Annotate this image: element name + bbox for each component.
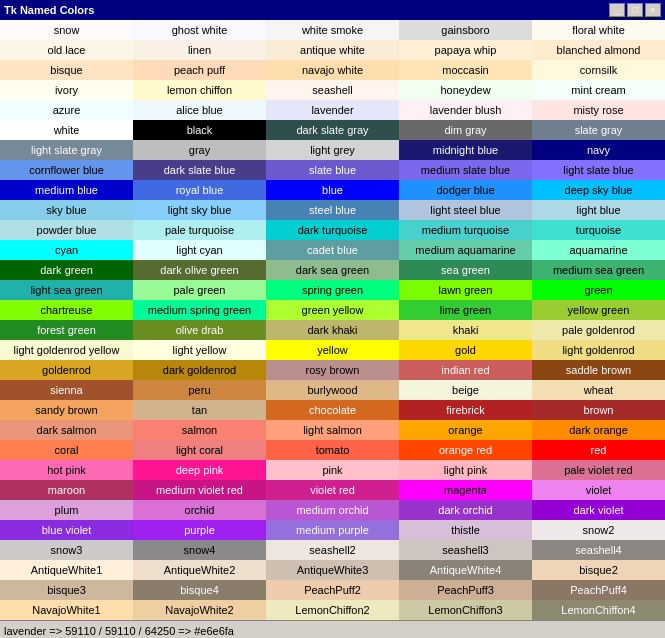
color-cell[interactable]: PeachPuff4 (532, 580, 665, 600)
color-cell[interactable]: alice blue (133, 100, 266, 120)
color-cell[interactable]: dark orange (532, 420, 665, 440)
color-cell[interactable]: LemonChiffon2 (266, 600, 399, 620)
color-cell[interactable]: cornsilk (532, 60, 665, 80)
color-cell[interactable]: bisque (0, 60, 133, 80)
color-cell[interactable]: firebrick (399, 400, 532, 420)
color-cell[interactable]: seashell2 (266, 540, 399, 560)
color-cell[interactable]: AntiqueWhite2 (133, 560, 266, 580)
color-cell[interactable]: peach puff (133, 60, 266, 80)
color-cell[interactable]: light slate gray (0, 140, 133, 160)
color-cell[interactable]: LemonChiffon4 (532, 600, 665, 620)
color-cell[interactable]: slate blue (266, 160, 399, 180)
color-cell[interactable]: AntiqueWhite4 (399, 560, 532, 580)
color-cell[interactable]: light salmon (266, 420, 399, 440)
color-cell[interactable]: green yellow (266, 300, 399, 320)
color-cell[interactable]: medium spring green (133, 300, 266, 320)
color-cell[interactable]: violet red (266, 480, 399, 500)
color-cell[interactable]: dim gray (399, 120, 532, 140)
color-cell[interactable]: snow2 (532, 520, 665, 540)
color-cell[interactable]: dark green (0, 260, 133, 280)
color-cell[interactable]: AntiqueWhite3 (266, 560, 399, 580)
color-cell[interactable]: blue (266, 180, 399, 200)
color-cell[interactable]: medium slate blue (399, 160, 532, 180)
color-cell[interactable]: steel blue (266, 200, 399, 220)
color-cell[interactable]: royal blue (133, 180, 266, 200)
color-cell[interactable]: lavender blush (399, 100, 532, 120)
color-cell[interactable]: deep sky blue (532, 180, 665, 200)
close-button[interactable]: × (645, 3, 661, 17)
color-cell[interactable]: powder blue (0, 220, 133, 240)
color-cell[interactable]: forest green (0, 320, 133, 340)
color-cell[interactable]: plum (0, 500, 133, 520)
color-cell[interactable]: seashell3 (399, 540, 532, 560)
color-cell[interactable]: beige (399, 380, 532, 400)
color-cell[interactable]: light blue (532, 200, 665, 220)
color-cell[interactable]: seashell (266, 80, 399, 100)
color-cell[interactable]: dark goldenrod (133, 360, 266, 380)
color-cell[interactable]: slate gray (532, 120, 665, 140)
color-cell[interactable]: gold (399, 340, 532, 360)
color-cell[interactable]: brown (532, 400, 665, 420)
color-cell[interactable]: medium purple (266, 520, 399, 540)
color-cell[interactable]: gainsboro (399, 20, 532, 40)
color-cell[interactable]: rosy brown (266, 360, 399, 380)
color-cell[interactable]: dark violet (532, 500, 665, 520)
color-cell[interactable]: pink (266, 460, 399, 480)
color-cell[interactable]: blue violet (0, 520, 133, 540)
color-cell[interactable]: linen (133, 40, 266, 60)
color-cell[interactable]: snow3 (0, 540, 133, 560)
maximize-button[interactable]: □ (627, 3, 643, 17)
color-cell[interactable]: NavajoWhite2 (133, 600, 266, 620)
color-cell[interactable]: misty rose (532, 100, 665, 120)
color-cell[interactable]: ivory (0, 80, 133, 100)
color-cell[interactable]: medium turquoise (399, 220, 532, 240)
color-cell[interactable]: purple (133, 520, 266, 540)
color-cell[interactable]: light sky blue (133, 200, 266, 220)
color-cell[interactable]: antique white (266, 40, 399, 60)
color-cell[interactable]: PeachPuff3 (399, 580, 532, 600)
color-cell[interactable]: light goldenrod yellow (0, 340, 133, 360)
color-cell[interactable]: wheat (532, 380, 665, 400)
color-cell[interactable]: light yellow (133, 340, 266, 360)
color-cell[interactable]: honeydew (399, 80, 532, 100)
color-cell[interactable]: saddle brown (532, 360, 665, 380)
color-cell[interactable]: medium blue (0, 180, 133, 200)
color-cell[interactable]: coral (0, 440, 133, 460)
color-cell[interactable]: indian red (399, 360, 532, 380)
color-cell[interactable]: white smoke (266, 20, 399, 40)
color-cell[interactable]: dark khaki (266, 320, 399, 340)
color-cell[interactable]: green (532, 280, 665, 300)
color-cell[interactable]: gray (133, 140, 266, 160)
color-cell[interactable]: light slate blue (532, 160, 665, 180)
color-cell[interactable]: pale violet red (532, 460, 665, 480)
color-cell[interactable]: medium aquamarine (399, 240, 532, 260)
color-cell[interactable]: sea green (399, 260, 532, 280)
color-cell[interactable]: sky blue (0, 200, 133, 220)
color-cell[interactable]: magenta (399, 480, 532, 500)
color-cell[interactable]: lime green (399, 300, 532, 320)
color-cell[interactable]: midnight blue (399, 140, 532, 160)
color-cell[interactable]: light goldenrod (532, 340, 665, 360)
color-cell[interactable]: lavender (266, 100, 399, 120)
color-cell[interactable]: dark orchid (399, 500, 532, 520)
color-cell[interactable]: sienna (0, 380, 133, 400)
color-cell[interactable]: spring green (266, 280, 399, 300)
color-cell[interactable]: dark salmon (0, 420, 133, 440)
color-cell[interactable]: cornflower blue (0, 160, 133, 180)
color-cell[interactable]: white (0, 120, 133, 140)
color-cell[interactable]: tomato (266, 440, 399, 460)
color-cell[interactable]: chocolate (266, 400, 399, 420)
color-cell[interactable]: aquamarine (532, 240, 665, 260)
color-cell[interactable]: bisque3 (0, 580, 133, 600)
color-cell[interactable]: AntiqueWhite1 (0, 560, 133, 580)
color-cell[interactable]: maroon (0, 480, 133, 500)
color-cell[interactable]: seashell4 (532, 540, 665, 560)
color-cell[interactable]: snow (0, 20, 133, 40)
color-cell[interactable]: turquoise (532, 220, 665, 240)
color-cell[interactable]: old lace (0, 40, 133, 60)
color-cell[interactable]: PeachPuff2 (266, 580, 399, 600)
color-cell[interactable]: mint cream (532, 80, 665, 100)
color-cell[interactable]: orange (399, 420, 532, 440)
color-cell[interactable]: cadet blue (266, 240, 399, 260)
color-cell[interactable]: lawn green (399, 280, 532, 300)
